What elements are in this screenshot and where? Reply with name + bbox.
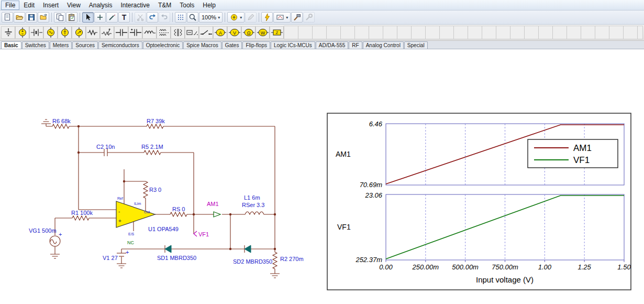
resistor-r5[interactable] xyxy=(144,150,161,155)
menu-interactive[interactable]: Interactive xyxy=(117,1,154,10)
interactive-dc-button[interactable] xyxy=(261,12,273,23)
resistor-r7[interactable] xyxy=(147,124,163,128)
open-folder-icon xyxy=(15,13,24,21)
component-impedance-button[interactable]: Z xyxy=(270,26,284,39)
tab-spice-macros[interactable]: Spice Macros xyxy=(183,41,221,49)
component-coupled-inductors-button[interactable] xyxy=(157,26,171,39)
new-file-button[interactable] xyxy=(2,12,13,23)
component-ammeter-button[interactable]: A xyxy=(213,26,227,39)
tab-switches[interactable]: Switches xyxy=(22,41,49,49)
component-inductor-button[interactable] xyxy=(142,26,157,39)
ground-symbol[interactable] xyxy=(50,252,60,258)
ammeter-icon: A xyxy=(214,27,227,38)
ammeter-am1-symbol[interactable] xyxy=(214,212,220,217)
tab-special[interactable]: Special xyxy=(404,41,428,49)
schematic[interactable]: + + - + Ref ILim Out E/S xyxy=(29,118,304,278)
ground-symbol[interactable] xyxy=(117,261,126,268)
tab-analog-control[interactable]: Analog Control xyxy=(363,41,404,49)
tab-flip-flops[interactable]: Flip-flops xyxy=(242,41,270,49)
menu-edit[interactable]: Edit xyxy=(19,1,39,10)
tm-instruments-button[interactable] xyxy=(303,12,315,23)
tab-sources[interactable]: Sources xyxy=(72,41,98,49)
ground-symbol[interactable] xyxy=(270,271,280,278)
component-tool-button[interactable] xyxy=(94,12,106,23)
component-battery-button[interactable] xyxy=(29,26,43,39)
diode-sd2[interactable] xyxy=(242,245,253,253)
menu-analysis[interactable]: Analysis xyxy=(85,1,117,10)
pen-icon xyxy=(247,13,255,21)
grid-icon xyxy=(176,13,185,21)
tab-gates[interactable]: Gates xyxy=(222,41,242,49)
inductor-l1[interactable] xyxy=(245,212,264,214)
zoom-tool-button[interactable] xyxy=(187,12,198,23)
interactive-mode-dropdown[interactable]: ▾ xyxy=(273,12,291,23)
menu-help[interactable]: Help xyxy=(198,1,220,10)
select-tool-button[interactable] xyxy=(82,12,94,23)
battery-v1[interactable]: + xyxy=(117,249,129,256)
tab-rf[interactable]: RF xyxy=(349,41,362,49)
capacitor-icon xyxy=(115,27,128,38)
menu-tools[interactable]: Tools xyxy=(175,1,198,10)
component-potentiometer-button[interactable] xyxy=(100,26,114,39)
component-ohmmeter-button[interactable]: Ω xyxy=(241,26,256,39)
menu-tm[interactable]: T&M xyxy=(154,1,175,10)
component-capacitor-button[interactable] xyxy=(114,26,128,39)
diode-sd1[interactable] xyxy=(162,245,174,253)
potentiometer-icon xyxy=(101,27,114,38)
dc-source-dropdown[interactable]: ▾ xyxy=(227,12,245,23)
component-wattmeter-button[interactable]: W xyxy=(256,26,270,39)
component-resistor-button[interactable] xyxy=(86,26,100,39)
plot-label-vf1: VF1 xyxy=(337,223,351,231)
resistor-r2[interactable] xyxy=(273,252,277,269)
component-relay-button[interactable] xyxy=(185,26,199,39)
tab-logic-ics-mcus[interactable]: Logic ICs-MCUs xyxy=(271,41,315,49)
resistor-r1[interactable] xyxy=(72,216,89,220)
copy-button[interactable] xyxy=(54,12,65,23)
component-switch-button[interactable] xyxy=(199,26,213,39)
menu-insert[interactable]: Insert xyxy=(39,1,63,10)
ground-symbol[interactable] xyxy=(41,120,51,126)
ytick-am1-min: 70.69m xyxy=(360,181,383,189)
voltage-pin-vf1-symbol[interactable] xyxy=(194,231,197,236)
label-r1: R1 100k xyxy=(71,210,93,216)
component-ground-button[interactable] xyxy=(1,26,15,39)
resistor-rs[interactable] xyxy=(170,212,187,216)
text-tool-button[interactable]: T xyxy=(118,12,130,23)
analysis-tools-button[interactable] xyxy=(291,12,303,23)
component-voltage-source-button[interactable] xyxy=(15,26,29,39)
component-voltmeter-button[interactable]: V xyxy=(227,26,241,39)
legend-label-vf1: VF1 xyxy=(573,155,590,165)
component-current-generator-button[interactable] xyxy=(72,26,86,39)
component-electrolytic-capacitor-button[interactable] xyxy=(128,26,142,39)
menu-view[interactable]: View xyxy=(63,1,85,10)
open-project-button[interactable] xyxy=(38,12,49,23)
component-voltage-generator-button[interactable] xyxy=(43,26,58,39)
tab-basic[interactable]: Basic xyxy=(1,41,21,49)
paste-button[interactable] xyxy=(66,12,77,23)
component-current-source-button[interactable] xyxy=(58,26,72,39)
resistor-icon xyxy=(87,27,99,38)
save-button[interactable] xyxy=(26,12,37,23)
grid-toggle-button[interactable] xyxy=(175,12,186,23)
tab-ad-da-555[interactable]: AD/DA-555 xyxy=(316,41,349,49)
menu-file[interactable]: File xyxy=(1,1,19,10)
open-project-icon xyxy=(39,13,48,21)
zoom-level-select[interactable]: 100% ▾ xyxy=(199,12,223,23)
capacitor-c2[interactable] xyxy=(104,149,107,156)
component-transformer-button[interactable] xyxy=(171,26,185,39)
tab-optoelectronic[interactable]: Optoelectronic xyxy=(143,41,183,49)
schematic-canvas[interactable]: + + - + Ref ILim Out E/S xyxy=(0,49,644,304)
resistor-r6[interactable] xyxy=(52,124,69,128)
edit-tool-button[interactable] xyxy=(245,12,257,23)
resistor-r3[interactable] xyxy=(143,181,148,198)
cut-button[interactable] xyxy=(135,12,146,23)
toolbar-separator xyxy=(80,13,80,22)
wire-tool-button[interactable] xyxy=(106,12,118,23)
toolbar-separator xyxy=(172,13,173,22)
redo-button[interactable] xyxy=(159,12,170,23)
open-button[interactable] xyxy=(14,12,25,23)
tab-meters[interactable]: Meters xyxy=(50,41,72,49)
tab-semiconductors[interactable]: Semiconductors xyxy=(98,41,142,49)
paste-icon xyxy=(68,13,76,21)
undo-button[interactable] xyxy=(147,12,158,23)
